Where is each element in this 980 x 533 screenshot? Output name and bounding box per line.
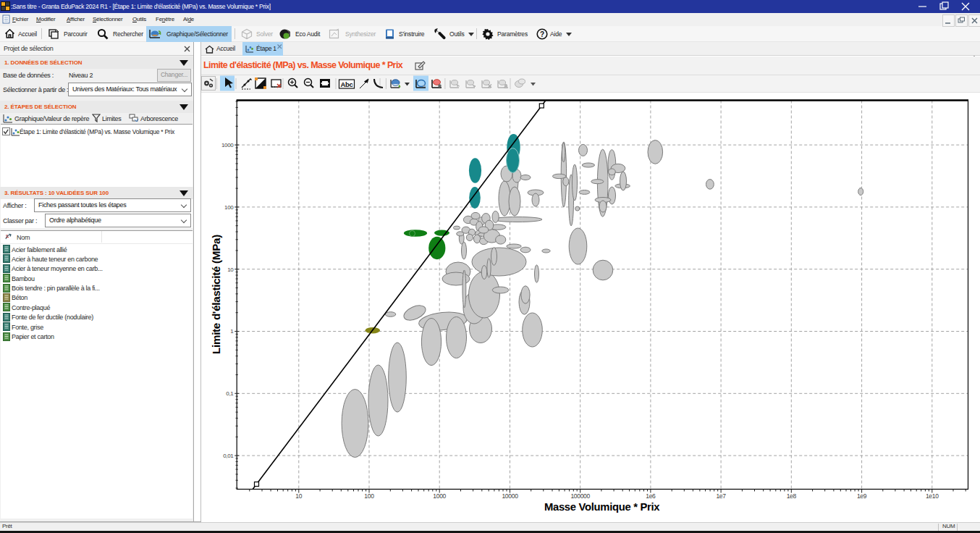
svg-text:1e7: 1e7 bbox=[716, 492, 726, 500]
svg-text:1e10: 1e10 bbox=[926, 492, 939, 500]
svg-text:100: 100 bbox=[224, 204, 234, 211]
svg-text:10: 10 bbox=[227, 266, 234, 273]
svg-text:1000: 1000 bbox=[221, 142, 234, 148]
svg-text:10000: 10000 bbox=[502, 492, 518, 500]
svg-text:Abc: Abc bbox=[340, 80, 352, 88]
svg-text:Limite d'élasticité (MPa): Limite d'élasticité (MPa) bbox=[210, 235, 222, 354]
svg-text:0,1: 0,1 bbox=[226, 390, 234, 397]
svg-text:?: ? bbox=[540, 30, 544, 38]
svg-text:1e8: 1e8 bbox=[787, 492, 797, 500]
svg-text:Masse Volumique * Prix: Masse Volumique * Prix bbox=[544, 501, 660, 513]
svg-text:10: 10 bbox=[295, 492, 302, 500]
svg-text:1e9: 1e9 bbox=[857, 492, 867, 500]
svg-text:100000: 100000 bbox=[570, 492, 590, 500]
svg-text:100: 100 bbox=[364, 492, 374, 500]
svg-text:0,01: 0,01 bbox=[223, 453, 234, 459]
svg-text:1000: 1000 bbox=[433, 492, 446, 500]
svg-text:1: 1 bbox=[230, 328, 234, 335]
svg-text:1e6: 1e6 bbox=[646, 492, 656, 500]
